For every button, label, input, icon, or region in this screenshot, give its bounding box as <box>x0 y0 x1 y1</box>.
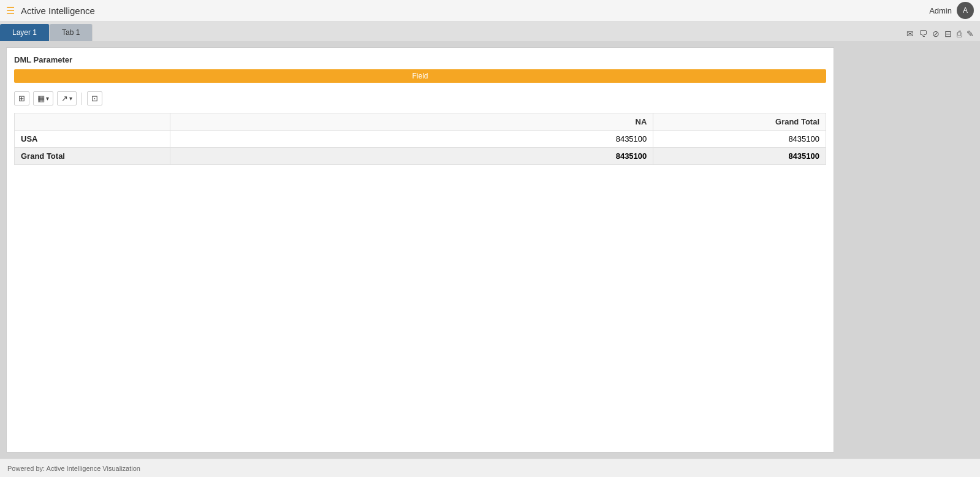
right-sidebar <box>839 47 974 452</box>
email-icon[interactable]: ✉ <box>906 29 914 39</box>
footer-text: Powered by: Active Intelligence Visualiz… <box>7 465 140 472</box>
bookmark-icon[interactable]: ⊟ <box>944 29 952 39</box>
export-icon: ↗ <box>61 94 68 103</box>
tab-layer1[interactable]: Layer 1 <box>0 24 50 41</box>
row-grand-grand: 8435100 <box>653 148 826 165</box>
table-view-button[interactable]: ⊞ <box>14 91 29 105</box>
settings-button[interactable]: ⊡ <box>87 91 102 105</box>
table-row: USA 8435100 8435100 <box>15 131 826 148</box>
chart-icon: ▦ <box>37 94 45 103</box>
table-row-grand-total: Grand Total 8435100 8435100 <box>15 148 826 165</box>
col-header-grand-total: Grand Total <box>653 113 826 131</box>
row-label-usa: USA <box>15 131 170 148</box>
report-toolbar: ⊞ ▦ ↗ ⊡ <box>14 89 826 108</box>
tab-tab1[interactable]: Tab 1 <box>50 24 93 41</box>
row-na-usa: 8435100 <box>170 131 653 148</box>
report-container: DML Parameter Field ⊞ ▦ ↗ ⊡ NA <box>6 47 834 452</box>
user-name: Admin <box>929 6 952 15</box>
toolbar-divider <box>82 93 82 105</box>
settings-icon: ⊡ <box>91 94 98 103</box>
report-title: DML Parameter <box>14 55 826 64</box>
col-header-na: NA <box>170 113 653 131</box>
top-header: ☰ Active Intelligence Admin A <box>0 0 980 21</box>
user-area: Admin A <box>929 2 974 19</box>
filter-icon[interactable]: ⊘ <box>932 29 940 39</box>
chart-view-button[interactable]: ▦ <box>33 91 53 105</box>
main-area: DML Parameter Field ⊞ ▦ ↗ ⊡ NA <box>0 41 980 459</box>
comment-icon[interactable]: 🗨 <box>919 29 927 39</box>
col-header-empty <box>15 113 170 131</box>
tab-bar: Layer 1 Tab 1 ✉ 🗨 ⊘ ⊟ ⎙ ✎ <box>0 21 980 41</box>
avatar: A <box>957 2 974 19</box>
row-grand-usa: 8435100 <box>653 131 826 148</box>
export-button[interactable]: ↗ <box>57 91 77 105</box>
row-label-grand: Grand Total <box>15 148 170 165</box>
row-na-grand: 8435100 <box>170 148 653 165</box>
edit-icon[interactable]: ✎ <box>967 29 974 39</box>
print-icon[interactable]: ⎙ <box>957 29 962 39</box>
tab-toolbar-icons: ✉ 🗨 ⊘ ⊟ ⎙ ✎ <box>906 29 974 39</box>
table-icon: ⊞ <box>18 94 25 103</box>
hamburger-icon[interactable]: ☰ <box>6 5 15 17</box>
field-button[interactable]: Field <box>14 69 826 83</box>
footer: Powered by: Active Intelligence Visualiz… <box>0 459 980 477</box>
app-title: Active Intelligence <box>21 6 929 16</box>
data-table: NA Grand Total USA 8435100 8435100 Grand… <box>14 113 826 165</box>
